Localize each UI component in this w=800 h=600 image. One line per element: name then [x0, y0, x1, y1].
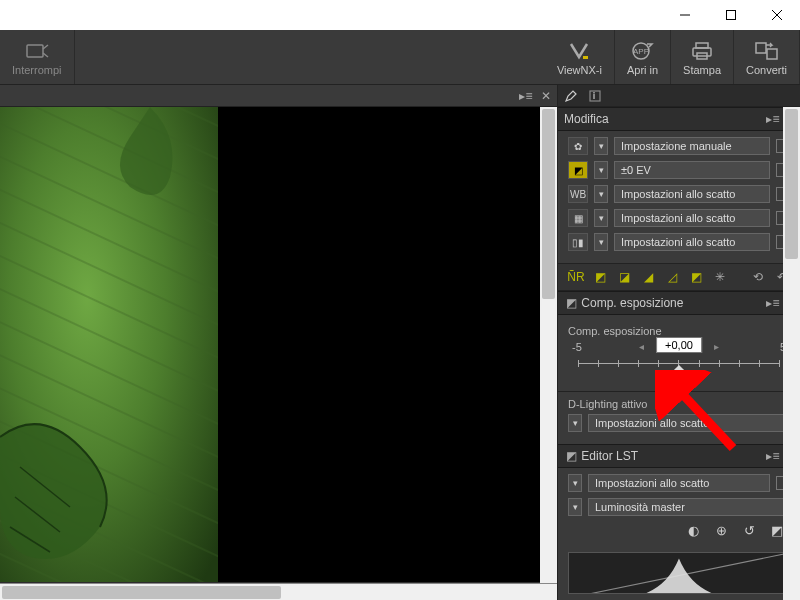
- comp-esp-label: Comp. esposizione: [568, 325, 790, 337]
- toolbar-viewnxi-label: ViewNX-i: [557, 64, 602, 76]
- interrupt-icon: [25, 40, 49, 62]
- histogram-display: [568, 552, 790, 594]
- panel-menu-icon[interactable]: ▸≡: [766, 112, 780, 126]
- slider-thumb[interactable]: [672, 365, 686, 379]
- tab-info-icon[interactable]: [588, 89, 602, 103]
- dlighting-label: D-Lighting attivo: [568, 398, 790, 410]
- gear-icon[interactable]: ✿: [568, 137, 588, 155]
- viewer-vertical-scrollbar[interactable]: [540, 107, 557, 583]
- chevron-down-icon[interactable]: ▾: [594, 161, 608, 179]
- photo-content: [0, 107, 218, 582]
- chevron-down-icon[interactable]: ▾: [594, 185, 608, 203]
- row-lst-master: ▾ Luminosità master: [568, 498, 790, 516]
- svg-rect-18: [593, 92, 595, 94]
- reset-r-icon[interactable]: ↺: [740, 522, 758, 538]
- row-label[interactable]: Impostazioni allo scatto: [588, 474, 770, 492]
- row-label[interactable]: Impostazione manuale: [614, 137, 770, 155]
- viewer-horizontal-scrollbar[interactable]: [0, 583, 557, 600]
- panel-modifica-body: ✿ ▾ Impostazione manuale ◩ ▾ ±0 EV WB ▾ …: [558, 131, 800, 263]
- levels-icon[interactable]: ◢: [638, 268, 658, 286]
- svg-rect-11: [756, 43, 766, 53]
- sidepanel-tabs: [558, 85, 800, 107]
- panel-modifica-header[interactable]: Modifica ▸≡ ✕: [558, 107, 800, 131]
- exposure-icon: ◩: [564, 296, 578, 310]
- exposure-icon[interactable]: ◩: [568, 161, 588, 179]
- panel-menu-icon[interactable]: ▸≡: [766, 296, 780, 310]
- chevron-down-icon[interactable]: ▾: [568, 498, 582, 516]
- row-label[interactable]: ±0 EV: [614, 161, 770, 179]
- reset-icon[interactable]: ⟲: [748, 268, 768, 286]
- panel-comp-esp-title: Comp. esposizione: [581, 296, 683, 310]
- tab-edit-icon[interactable]: [564, 89, 578, 103]
- exposure-slider[interactable]: -5 5 ◂ +0,00 ▸: [568, 341, 790, 381]
- sharpen-icon[interactable]: ◩: [686, 268, 706, 286]
- slider-value-input[interactable]: +0,00: [656, 337, 702, 353]
- target-icon[interactable]: ⊕: [712, 522, 730, 538]
- row-ev: ◩ ▾ ±0 EV: [568, 161, 790, 179]
- toolbar-print-label: Stampa: [683, 64, 721, 76]
- straighten-icon[interactable]: ◪: [614, 268, 634, 286]
- convert-icon: [755, 40, 779, 62]
- crop-icon[interactable]: ◩: [590, 268, 610, 286]
- window-titlebar: [0, 0, 800, 30]
- viewer-menu-icon[interactable]: ▸≡: [519, 89, 533, 103]
- row-wb: WB ▾ Impostazioni allo scatto: [568, 185, 790, 203]
- image-canvas[interactable]: [0, 107, 557, 582]
- edit-sidepanel: Modifica ▸≡ ✕ ✿ ▾ Impostazione manuale ◩…: [557, 85, 800, 600]
- row-lst-shot: ▾ Impostazioni allo scatto: [568, 474, 790, 492]
- panel-editor-lst-header[interactable]: ◩ Editor LST ▸≡ ✕: [558, 444, 800, 468]
- nr-icon[interactable]: ÑR: [566, 268, 586, 286]
- panel-comp-esp-header[interactable]: ◩ Comp. esposizione ▸≡ ✕: [558, 291, 800, 315]
- row-label[interactable]: Impostazioni allo scatto: [588, 414, 790, 432]
- svg-rect-5: [583, 56, 588, 59]
- close-button[interactable]: [754, 0, 800, 30]
- retouch-icon[interactable]: ✳: [710, 268, 730, 286]
- contrast-icon[interactable]: ◐: [684, 522, 702, 538]
- chevron-down-icon[interactable]: ▾: [594, 137, 608, 155]
- minimize-button[interactable]: [662, 0, 708, 30]
- toolbar-convert-button[interactable]: Converti: [734, 30, 800, 84]
- svg-rect-1: [727, 11, 736, 20]
- sidepanel-scrollbar[interactable]: [783, 107, 800, 600]
- chevron-down-icon[interactable]: ▾: [594, 209, 608, 227]
- toolbar-viewnxi-button[interactable]: ViewNX-i: [545, 30, 615, 84]
- row-label[interactable]: Luminosità master: [588, 498, 790, 516]
- chevron-down-icon[interactable]: ▾: [594, 233, 608, 251]
- main-toolbar: Interrompi ViewNX-i APP Apri in Stampa: [0, 30, 800, 85]
- viewer-collapse-icon[interactable]: ✕: [539, 89, 553, 103]
- panel-menu-icon[interactable]: ▸≡: [766, 449, 780, 463]
- row-settings: ✿ ▾ Impostazione manuale: [568, 137, 790, 155]
- adjustment-icon-row: ÑR ◩ ◪ ◢ ◿ ◩ ✳ ⟲ ↶: [558, 263, 800, 291]
- svg-text:APP: APP: [633, 47, 649, 56]
- chevron-down-icon[interactable]: ▾: [568, 414, 582, 432]
- row-label[interactable]: Impostazioni allo scatto: [614, 209, 770, 227]
- curves-icon[interactable]: ◿: [662, 268, 682, 286]
- row-label[interactable]: Impostazioni allo scatto: [614, 185, 770, 203]
- svg-rect-12: [767, 49, 777, 59]
- slider-increment-icon[interactable]: ▸: [714, 341, 719, 352]
- panel-modifica-title: Modifica: [564, 112, 609, 126]
- svg-rect-17: [593, 94, 595, 99]
- image-viewer: ▸≡ ✕: [0, 85, 557, 600]
- panel-editor-lst-title: Editor LST: [581, 449, 638, 463]
- row-label[interactable]: Impostazioni allo scatto: [614, 233, 770, 251]
- whitebalance-icon[interactable]: WB: [568, 185, 588, 203]
- row-picture-control: ▦ ▾ Impostazioni allo scatto: [568, 209, 790, 227]
- toolbar-interrupt-button[interactable]: Interrompi: [0, 30, 75, 84]
- svg-rect-9: [693, 48, 711, 56]
- toolbar-open-in-label: Apri in: [627, 64, 658, 76]
- chevron-down-icon[interactable]: ▾: [568, 474, 582, 492]
- row-dlighting: ▾ Impostazioni allo scatto: [568, 414, 790, 432]
- lst-icon: ◩: [564, 449, 578, 463]
- tone-icon[interactable]: ▯▮: [568, 233, 588, 251]
- maximize-button[interactable]: [708, 0, 754, 30]
- picturecontrol-icon[interactable]: ▦: [568, 209, 588, 227]
- viewnxi-icon: [567, 40, 591, 62]
- open-in-icon: APP: [631, 40, 655, 62]
- panel-comp-esp-body: Comp. esposizione -5 5 ◂ +0,00 ▸ D-Light…: [558, 315, 800, 444]
- slider-decrement-icon[interactable]: ◂: [639, 341, 644, 352]
- panel-editor-lst-body: ▾ Impostazioni allo scatto ▾ Luminosità …: [558, 468, 800, 546]
- toolbar-open-in-button[interactable]: APP Apri in: [615, 30, 671, 84]
- toolbar-print-button[interactable]: Stampa: [671, 30, 734, 84]
- toolbar-interrupt-label: Interrompi: [12, 64, 62, 76]
